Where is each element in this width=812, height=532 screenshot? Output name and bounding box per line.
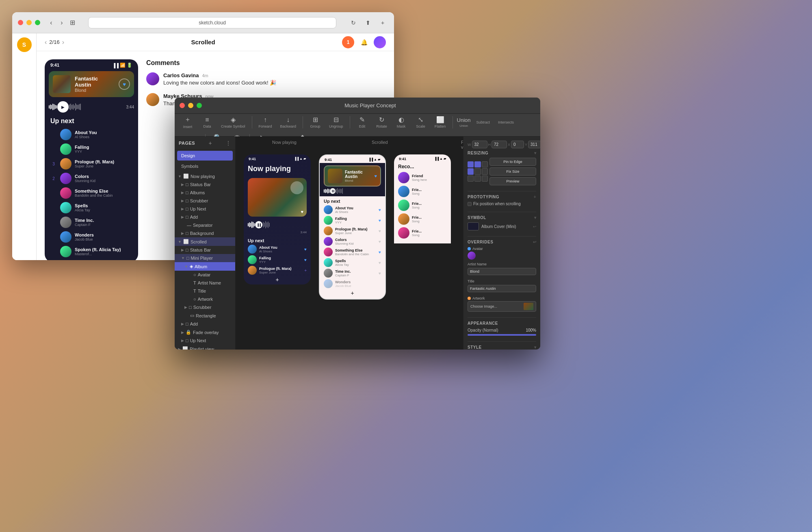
edit-tool[interactable]: ✎ Edit <box>353 114 371 130</box>
artist-name-input[interactable] <box>468 268 536 275</box>
url-bar[interactable]: sketch.cloud <box>88 17 336 28</box>
forward-button[interactable]: › <box>57 18 66 27</box>
height-input[interactable] <box>492 141 507 148</box>
close-button[interactable] <box>18 20 23 25</box>
layer-item[interactable]: ▶ □ Up Next <box>175 205 235 213</box>
reader-button[interactable]: ⊞ <box>68 18 77 27</box>
play-pause-button[interactable]: ▐▐ <box>255 221 262 228</box>
rotate-tool[interactable]: ↻ Rotate <box>373 114 391 130</box>
layer-item[interactable]: ▶ □ Status Bar <box>175 246 235 254</box>
pin-to-edge-button[interactable]: Pin to Edge <box>489 158 536 166</box>
notification-button[interactable]: 1 <box>342 36 354 48</box>
style-collapse[interactable]: ▾ <box>534 345 537 350</box>
layer-item-mini-player[interactable]: ▼ □ Mini Player <box>175 254 235 262</box>
layer-item[interactable]: ▶ □ Albums <box>175 189 235 197</box>
flatten-tool[interactable]: ⬜ Flatten <box>431 114 449 130</box>
resizing-collapse[interactable]: ▾ <box>534 151 537 155</box>
backward-tool[interactable]: ↓ Backward <box>277 115 300 130</box>
overrides-reset[interactable]: ↩ <box>533 240 537 244</box>
expand-arrow: ▶ <box>181 215 184 219</box>
preview-button[interactable]: Preview <box>489 177 536 185</box>
maximize-button[interactable] <box>35 20 40 25</box>
create-symbol-tool[interactable]: ◈ Create Symbol <box>218 114 249 130</box>
list-item: Time Inc. Captain F ♥ <box>324 269 381 278</box>
layer-item[interactable]: ○ Avatar <box>175 271 235 279</box>
insert-tool[interactable]: ＋ Insert <box>179 114 197 130</box>
pin-bc[interactable] <box>474 176 481 182</box>
pin-tc[interactable] <box>474 161 481 167</box>
reload-button[interactable]: ↻ <box>348 17 359 28</box>
fix-size-button[interactable]: Fix Size <box>489 167 536 176</box>
ungroup-tool[interactable]: ⊟ Ungroup <box>326 114 346 130</box>
add-more-button[interactable]: + <box>248 276 307 283</box>
layer-item[interactable]: ○ Artwork <box>175 295 235 303</box>
symbol-detach[interactable]: ↩ <box>533 224 536 229</box>
sketch-minimize-button[interactable] <box>188 103 193 108</box>
add-tab-button[interactable]: + <box>377 17 388 28</box>
prev-page-button[interactable]: ‹ <box>45 39 47 46</box>
subtract-tool[interactable]: Subtract <box>473 119 494 126</box>
share-button[interactable]: ⬆ <box>362 17 374 28</box>
layer-item-fade-overlay[interactable]: ▶ 🔒 Fade overlay <box>175 328 235 337</box>
layer-item[interactable]: ▶ □ Scrubber <box>175 303 235 311</box>
title-input[interactable] <box>468 285 536 292</box>
layer-item[interactable]: ▶ □ Up Next <box>175 337 235 345</box>
fix-scroll-checkbox[interactable] <box>468 202 472 206</box>
user-avatar[interactable] <box>374 36 386 48</box>
symbols-tab[interactable]: Symbols <box>177 161 233 171</box>
layer-item[interactable]: — Separator <box>175 221 235 229</box>
layer-item-now-playing[interactable]: ▼ ⬜ Now playing <box>175 172 235 180</box>
design-tab[interactable]: Design <box>177 151 233 161</box>
phone-time: 9:41 <box>50 63 59 68</box>
layer-item[interactable]: ▶ □ Background <box>175 229 235 237</box>
pin-ml[interactable] <box>468 168 474 174</box>
layer-item[interactable]: ▶ □ Scrubber <box>175 197 235 205</box>
layer-item[interactable]: ▭ Rectangle <box>175 311 235 320</box>
mini-heart-button[interactable]: ♥ <box>119 78 130 90</box>
comment-content: Carlos Gavina 4m Loving the new colors a… <box>163 72 276 87</box>
sketch-maximize-button[interactable] <box>197 103 202 108</box>
pin-tl[interactable] <box>468 161 474 167</box>
layer-item-album-selected[interactable]: ▼ ◈ Album <box>175 262 235 271</box>
add-button[interactable]: + <box>324 290 381 296</box>
track-avatar <box>324 205 333 214</box>
forward-tool[interactable]: ↑ Forward <box>256 115 275 130</box>
layer-item[interactable]: T Artist Name <box>175 279 235 287</box>
pin-mr[interactable] <box>482 168 488 174</box>
width-input[interactable] <box>472 141 487 148</box>
layer-item-scrolled[interactable]: ▼ ⬜ Scrolled <box>175 237 235 246</box>
toolbar-separator <box>453 116 453 128</box>
sketch-close-button[interactable] <box>180 103 185 108</box>
bell-button[interactable]: 🔔 <box>358 37 370 48</box>
scrolled-upnext: Up next About You Al Shoes ♥ Falling <box>320 196 385 299</box>
minimize-button[interactable] <box>26 20 32 25</box>
layer-item-playlist-view[interactable]: ▶ ⬜ Playlist view <box>175 345 235 350</box>
layer-item[interactable]: ▶ □ Add <box>175 213 235 221</box>
y-input[interactable] <box>528 141 540 148</box>
sketch-window-title: Music Player Concept <box>205 102 535 109</box>
add-prototype[interactable]: + <box>534 195 536 199</box>
play-pause-small[interactable]: ▐▐ <box>330 188 336 194</box>
layer-item[interactable]: ▶ □ Status Bar <box>175 180 235 189</box>
pin-bl[interactable] <box>468 176 474 182</box>
scale-tool[interactable]: ⤡ Scale <box>412 114 430 130</box>
pin-tr[interactable] <box>482 161 488 167</box>
pin-mc[interactable] <box>474 168 481 174</box>
expand-arrow: ▼ <box>178 174 182 178</box>
x-input[interactable] <box>511 141 524 148</box>
mask-tool[interactable]: ◐ Mask <box>392 114 410 130</box>
heart-button[interactable]: ♥ <box>374 174 377 178</box>
data-tool[interactable]: ≡ Data <box>198 115 216 130</box>
play-button[interactable]: ▶ <box>57 101 69 113</box>
choose-image-button[interactable]: Choose Image... <box>468 301 536 312</box>
symbol-collapse[interactable]: ▾ <box>534 215 537 220</box>
group-tool[interactable]: ⊞ Group <box>306 114 324 130</box>
intersect-tool[interactable]: Intersects <box>495 119 517 126</box>
pin-br[interactable] <box>482 176 488 182</box>
layers-settings-button[interactable]: ⋮ <box>225 140 231 146</box>
layer-item[interactable]: ▶ □ Add <box>175 320 235 328</box>
phone-status-bar: 9:41 ▐▐ ▲ ▰ <box>394 154 451 162</box>
add-page-button[interactable]: + <box>209 140 212 146</box>
layer-item[interactable]: T Title <box>175 287 235 295</box>
back-button[interactable]: ‹ <box>47 18 56 27</box>
